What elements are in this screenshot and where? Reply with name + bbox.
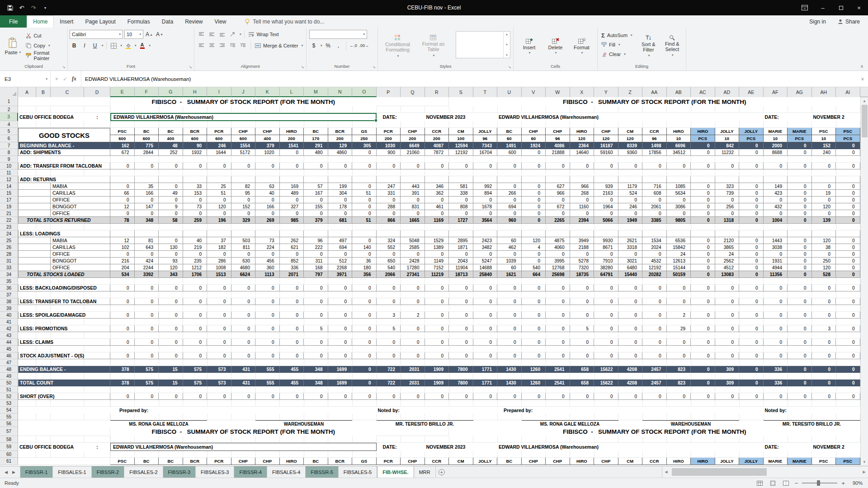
cell-H31[interactable]: 235 (183, 258, 208, 264)
cell-P1[interactable] (377, 97, 449, 106)
cell-S8[interactable]: 12192 (449, 149, 473, 156)
cell-V12[interactable] (522, 176, 546, 183)
cell-S25[interactable]: 2895 (449, 237, 473, 244)
cell-G38[interactable]: 0 (159, 298, 183, 305)
product-name-PSC-PCS-r61[interactable]: PSC (836, 458, 860, 465)
cell-H21[interactable]: 0 (183, 210, 208, 217)
product-name-BC-60-r61[interactable]: BC (497, 458, 522, 465)
cell-A33[interactable] (18, 264, 51, 271)
cell-J14[interactable]: 82 (231, 183, 256, 190)
col-header-F[interactable]: F (135, 87, 159, 97)
product-name-CM-120-r5[interactable]: CM (618, 128, 643, 135)
col-header-AI[interactable]: AI (836, 87, 860, 97)
cell-K31[interactable]: 456 (255, 258, 280, 264)
cell-O33[interactable]: 180 (352, 264, 377, 271)
cell-H28[interactable]: 0 (183, 251, 208, 258)
cell-I26[interactable]: 182 (207, 244, 231, 251)
cell-N8[interactable]: 4860 (328, 149, 353, 156)
cell-A4[interactable] (18, 121, 36, 128)
cell-Q17[interactable]: 0 (401, 197, 425, 203)
page-layout-view-button[interactable] (769, 479, 778, 487)
cell-A11[interactable] (18, 169, 36, 176)
row-header-12[interactable]: 12 (0, 176, 18, 183)
cell-F12[interactable] (135, 176, 159, 183)
cell-P42[interactable]: 5 (377, 325, 401, 332)
cell-O50[interactable]: 0 (352, 380, 377, 386)
cell-G7[interactable]: 48 (159, 142, 183, 149)
cell-T25[interactable]: 2423 (473, 237, 498, 244)
cell-AI34[interactable]: 0 (836, 271, 860, 278)
format-painter-button[interactable]: Format Painter (24, 51, 65, 60)
cell-T8[interactable]: 16704 (473, 149, 498, 156)
cell-C9[interactable] (51, 156, 84, 163)
col-header-AF[interactable]: AF (764, 87, 788, 97)
row-53-cells[interactable] (110, 400, 860, 407)
row-47-cells[interactable] (110, 359, 860, 366)
cell-O15[interactable]: 51 (352, 190, 377, 197)
cell-G22[interactable]: 58 (159, 217, 183, 224)
cell-P12[interactable] (377, 176, 401, 183)
cell-O19[interactable]: 0 (352, 203, 377, 210)
cell-T22[interactable]: 3564 (473, 217, 498, 224)
cell-AC33[interactable]: 0 (691, 264, 715, 271)
sig-prepared-right[interactable]: MS. RONA GALE MELLOZA (522, 420, 618, 427)
cell-Y28[interactable]: 0 (594, 251, 618, 258)
cell-J12[interactable] (231, 176, 256, 183)
cell-AE48[interactable]: 0 (739, 366, 764, 373)
cell-S7[interactable]: 12594 (449, 142, 473, 149)
sheet-tab-fibssr-2[interactable]: FIBSSR-2 (92, 466, 125, 478)
cell-W52[interactable]: 0 (546, 393, 570, 400)
cell-AH17[interactable]: 0 (812, 197, 836, 203)
cell-AC26[interactable]: 0 (691, 244, 715, 251)
cell-K21[interactable]: 0 (255, 210, 280, 217)
cell-Y40[interactable]: 0 (594, 312, 618, 319)
cell-X52[interactable]: 0 (570, 393, 594, 400)
cell-P33[interactable]: 540 (377, 264, 401, 271)
cell-P24[interactable] (377, 230, 401, 237)
cell-AA46[interactable]: 0 (642, 352, 667, 359)
row-header-55[interactable]: 55 (0, 413, 18, 420)
product-size-CHP-600-r6[interactable]: 600 (231, 135, 256, 142)
cell-AI17[interactable]: 0 (836, 197, 860, 203)
cell-Y7[interactable]: 16187 (594, 142, 618, 149)
product-name-CHP-600-r61[interactable]: CHP (231, 458, 256, 465)
decrease-indent-button[interactable] (228, 41, 237, 50)
cell-O36[interactable]: 0 (352, 285, 377, 291)
cell-AF38[interactable]: 0 (764, 298, 788, 305)
cell-AH19[interactable]: 120 (812, 203, 836, 210)
cell-X24[interactable] (570, 230, 594, 237)
cell-W50[interactable]: 2541 (546, 380, 570, 386)
cell-AH50[interactable]: 0 (812, 380, 836, 386)
cell-G25[interactable]: 0 (159, 237, 183, 244)
product-size-JOLLY-96-r6[interactable]: 96 (473, 135, 498, 142)
cell-AD22[interactable]: 1318 (715, 217, 740, 224)
sheet-tab-fibssr-4[interactable]: FIBSSR-4 (234, 466, 267, 478)
cell-J10[interactable]: 0 (231, 163, 256, 169)
wrap-text-button[interactable]: Wrap Text (247, 30, 280, 39)
cell-AC21[interactable]: 0 (691, 210, 715, 217)
cell-V15[interactable]: 0 (522, 190, 546, 197)
cell-G46[interactable]: 0 (159, 352, 183, 359)
cell-AA44[interactable]: 0 (642, 339, 667, 346)
cell-AE46[interactable]: 0 (739, 352, 764, 359)
prepared-by-right[interactable]: Prepared by: (497, 407, 570, 413)
cell-E36[interactable]: 0 (110, 285, 135, 291)
cell-AH8[interactable]: 240 (812, 149, 836, 156)
cell-AA40[interactable]: 0 (642, 312, 667, 319)
styles-dialog-launcher[interactable]: ↘ (507, 64, 512, 70)
cell-AE15[interactable]: 0 (739, 190, 764, 197)
cell-S14[interactable]: 581 (449, 183, 473, 190)
cell-E44[interactable]: 0 (110, 339, 135, 346)
cell-AF12[interactable] (764, 176, 788, 183)
cell-G24[interactable] (159, 230, 183, 237)
cell-AF36[interactable]: 0 (764, 285, 788, 291)
sheet-tab-fibssr-3[interactable]: FIBSSR-3 (163, 466, 196, 478)
prepared-by-left[interactable]: Prepared by: (110, 407, 183, 413)
align-center-button[interactable] (208, 41, 217, 50)
cell-A28[interactable] (18, 251, 51, 258)
cell-S19[interactable]: 808 (449, 203, 473, 210)
col-header-S[interactable]: S (449, 87, 473, 97)
bold-button[interactable]: B (70, 41, 79, 50)
product-name-CCR-96-r5[interactable]: CCR (642, 128, 667, 135)
product-name-CM-100-r61[interactable]: CM (449, 458, 473, 465)
